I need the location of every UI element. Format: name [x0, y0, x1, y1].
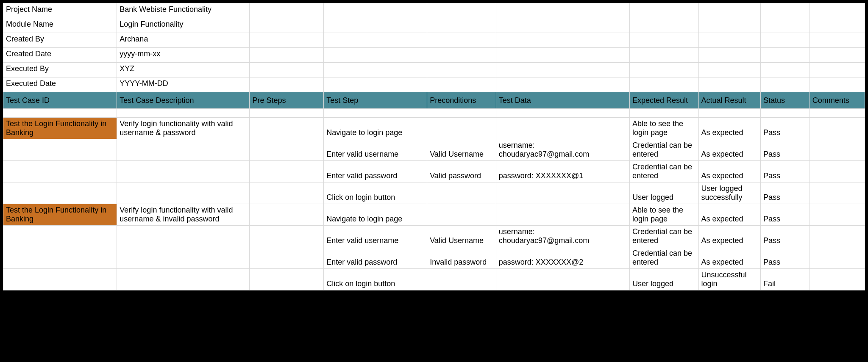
status-cell[interactable]: Pass [760, 226, 810, 247]
column-header-cell[interactable]: Comments [810, 92, 865, 109]
empty-cell[interactable] [698, 48, 760, 63]
pre-steps-cell[interactable] [250, 161, 324, 182]
test-case-id-cell[interactable] [3, 182, 117, 204]
empty-cell[interactable] [629, 3, 698, 18]
description-cell[interactable]: Verify login functionality with valid us… [117, 204, 250, 226]
comments-cell[interactable] [810, 182, 865, 204]
empty-cell[interactable] [250, 77, 324, 92]
empty-cell[interactable] [496, 33, 629, 48]
empty-cell[interactable] [760, 3, 810, 18]
empty-cell[interactable] [117, 109, 250, 118]
comments-cell[interactable] [810, 204, 865, 226]
comments-cell[interactable] [810, 139, 865, 161]
status-cell[interactable]: Pass [760, 139, 810, 161]
empty-cell[interactable] [810, 18, 865, 33]
preconditions-cell[interactable] [427, 204, 496, 226]
empty-cell[interactable] [698, 18, 760, 33]
test-step-cell[interactable]: Click on login button [324, 182, 427, 204]
pre-steps-cell[interactable] [250, 247, 324, 269]
empty-cell[interactable] [698, 63, 760, 77]
pre-steps-cell[interactable] [250, 226, 324, 247]
comments-cell[interactable] [810, 118, 865, 139]
test-case-id-cell[interactable] [3, 139, 117, 161]
test-step-cell[interactable]: Navigate to login page [324, 204, 427, 226]
test-case-id-cell[interactable] [3, 226, 117, 247]
empty-cell[interactable] [760, 63, 810, 77]
test-data-cell[interactable] [496, 182, 629, 204]
test-step-cell[interactable]: Navigate to login page [324, 118, 427, 139]
empty-cell[interactable] [250, 109, 324, 118]
description-cell[interactable] [117, 139, 250, 161]
test-step-cell[interactable]: Enter valid password [324, 247, 427, 269]
empty-cell[interactable] [496, 77, 629, 92]
preconditions-cell[interactable]: Valid password [427, 161, 496, 182]
column-header-cell[interactable]: Test Data [496, 92, 629, 109]
empty-cell[interactable] [3, 109, 117, 118]
empty-cell[interactable] [760, 33, 810, 48]
meta-value-cell[interactable]: Login Functionality [117, 18, 250, 33]
preconditions-cell[interactable]: Invalid password [427, 247, 496, 269]
column-header-cell[interactable]: Expected Result [629, 92, 698, 109]
empty-cell[interactable] [810, 77, 865, 92]
actual-result-cell[interactable]: User logged successfully [698, 182, 760, 204]
description-cell[interactable] [117, 269, 250, 290]
empty-cell[interactable] [250, 63, 324, 77]
test-data-cell[interactable] [496, 204, 629, 226]
expected-result-cell[interactable]: Able to see the login page [629, 204, 698, 226]
empty-cell[interactable] [629, 77, 698, 92]
empty-cell[interactable] [629, 48, 698, 63]
meta-value-cell[interactable]: XYZ [117, 63, 250, 77]
actual-result-cell[interactable]: As expected [698, 226, 760, 247]
empty-cell[interactable] [810, 33, 865, 48]
meta-label-cell[interactable]: Project Name [3, 3, 117, 18]
empty-cell[interactable] [427, 77, 496, 92]
expected-result-cell[interactable]: Able to see the login page [629, 118, 698, 139]
empty-cell[interactable] [427, 63, 496, 77]
empty-cell[interactable] [250, 3, 324, 18]
empty-cell[interactable] [810, 109, 865, 118]
actual-result-cell[interactable]: As expected [698, 161, 760, 182]
column-header-cell[interactable]: Test Step [324, 92, 427, 109]
preconditions-cell[interactable] [427, 269, 496, 290]
pre-steps-cell[interactable] [250, 204, 324, 226]
test-step-cell[interactable]: Enter valid password [324, 161, 427, 182]
test-case-id-cell[interactable]: Test the Login Functionality in Banking [3, 118, 117, 139]
description-cell[interactable] [117, 161, 250, 182]
empty-cell[interactable] [496, 63, 629, 77]
empty-cell[interactable] [496, 109, 629, 118]
empty-cell[interactable] [324, 33, 427, 48]
empty-cell[interactable] [629, 33, 698, 48]
meta-label-cell[interactable]: Executed By [3, 63, 117, 77]
empty-cell[interactable] [324, 18, 427, 33]
test-data-cell[interactable]: username: choudaryac97@gmail.com [496, 226, 629, 247]
actual-result-cell[interactable]: As expected [698, 118, 760, 139]
status-cell[interactable]: Pass [760, 182, 810, 204]
meta-value-cell[interactable]: Bank Webiste Functionality [117, 3, 250, 18]
test-case-id-cell[interactable] [3, 269, 117, 290]
empty-cell[interactable] [427, 33, 496, 48]
empty-cell[interactable] [760, 109, 810, 118]
preconditions-cell[interactable]: Valid Username [427, 139, 496, 161]
empty-cell[interactable] [496, 3, 629, 18]
preconditions-cell[interactable]: Valid Username [427, 226, 496, 247]
description-cell[interactable] [117, 226, 250, 247]
test-step-cell[interactable]: Click on login button [324, 269, 427, 290]
meta-label-cell[interactable]: Executed Date [3, 77, 117, 92]
pre-steps-cell[interactable] [250, 118, 324, 139]
status-cell[interactable]: Pass [760, 247, 810, 269]
expected-result-cell[interactable]: Credential can be entered [629, 226, 698, 247]
meta-value-cell[interactable]: yyyy-mm-xx [117, 48, 250, 63]
empty-cell[interactable] [698, 109, 760, 118]
comments-cell[interactable] [810, 247, 865, 269]
empty-cell[interactable] [629, 63, 698, 77]
empty-cell[interactable] [629, 18, 698, 33]
meta-value-cell[interactable]: YYYY-MM-DD [117, 77, 250, 92]
comments-cell[interactable] [810, 269, 865, 290]
actual-result-cell[interactable]: Unsuccessful login [698, 269, 760, 290]
test-step-cell[interactable]: Enter valid username [324, 226, 427, 247]
empty-cell[interactable] [810, 63, 865, 77]
status-cell[interactable]: Pass [760, 204, 810, 226]
meta-label-cell[interactable]: Created By [3, 33, 117, 48]
expected-result-cell[interactable]: User logged [629, 269, 698, 290]
empty-cell[interactable] [250, 48, 324, 63]
